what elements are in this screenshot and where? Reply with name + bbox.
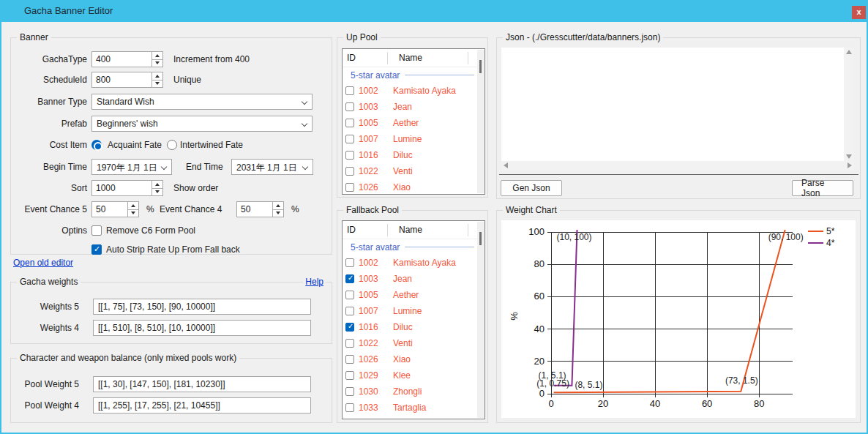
row-checkbox[interactable]: [345, 151, 354, 160]
json-textarea[interactable]: [501, 48, 844, 161]
gachatype-input[interactable]: 400: [91, 51, 163, 67]
pool-row[interactable]: 1026 Xiao: [343, 179, 484, 195]
pool-row[interactable]: 1035 Qiqi: [343, 416, 484, 419]
spin-up-icon[interactable]: [152, 181, 162, 189]
row-checkbox[interactable]: [345, 291, 354, 299]
row-name: Tartaglia: [393, 403, 426, 413]
json-horizontal-scrollbar[interactable]: [501, 161, 854, 171]
svg-text:60: 60: [534, 291, 545, 302]
row-checkbox[interactable]: [345, 167, 354, 176]
acquaint-fate-radio[interactable]: [91, 140, 102, 150]
spin-up-icon[interactable]: [152, 52, 162, 60]
weights4-input[interactable]: [[1, 510], [8, 510], [10, 10000]]: [93, 320, 311, 336]
spin-down-icon[interactable]: [273, 210, 283, 217]
row-checkbox[interactable]: [345, 183, 354, 192]
row-checkbox[interactable]: [345, 258, 354, 267]
row-checkbox[interactable]: [345, 274, 354, 283]
pool-row[interactable]: 1003 Jean: [343, 271, 484, 287]
auto-strip-checkbox[interactable]: [91, 244, 102, 255]
pool-row[interactable]: 1007 Lumine: [343, 131, 484, 147]
row-checkbox[interactable]: [345, 119, 354, 127]
begin-time-picker[interactable]: 1970年 1月 1日: [91, 159, 172, 175]
open-old-editor-link[interactable]: Open old editor: [13, 258, 73, 268]
pool-weight5-input[interactable]: [[1, 30], [147, 150], [181, 10230]]: [93, 376, 311, 392]
event-chance-4-label: Event Chance 4: [160, 204, 222, 214]
end-time-picker[interactable]: 2031年 1月 1日: [231, 159, 313, 175]
pool-row[interactable]: 1005 Aether: [343, 287, 484, 303]
gachatype-spinner[interactable]: [151, 52, 162, 67]
up-pool-scrollbar[interactable]: [477, 50, 484, 193]
pool-row[interactable]: 1005 Aether: [343, 115, 484, 131]
intertwined-fate-radio[interactable]: [167, 140, 177, 150]
sort-label: Sort: [11, 183, 87, 193]
scroll-left-icon[interactable]: [504, 162, 508, 168]
row-checkbox[interactable]: [345, 86, 354, 95]
gen-json-button[interactable]: Gen Json: [501, 180, 562, 196]
parse-json-button[interactable]: Parse Json: [792, 180, 853, 196]
remove-c6-checkbox[interactable]: [91, 225, 102, 236]
pool-row[interactable]: 1033 Tartaglia: [343, 400, 484, 416]
name-column-header: Name: [399, 53, 422, 63]
scrollbar-thumb[interactable]: [479, 232, 482, 245]
spin-down-icon[interactable]: [152, 189, 162, 196]
column-divider: [387, 52, 388, 64]
pool-row[interactable]: 1007 Lumine: [343, 303, 484, 319]
row-checkbox[interactable]: [345, 307, 354, 315]
row-id: 1029: [359, 370, 393, 381]
spin-down-icon[interactable]: [152, 60, 162, 67]
titlebar[interactable]: Gacha Banner Editor: [0, 0, 868, 22]
pool-row[interactable]: 1029 Klee: [343, 367, 484, 384]
spin-up-icon[interactable]: [273, 202, 283, 210]
row-checkbox[interactable]: [345, 102, 354, 111]
row-checkbox[interactable]: [345, 387, 354, 396]
row-id: 1002: [359, 258, 393, 268]
pool-row[interactable]: 1003 Jean: [343, 99, 484, 115]
weights5-input[interactable]: [[1, 75], [73, 150], [90, 10000]]: [93, 299, 311, 315]
scrollbar-thumb[interactable]: [479, 60, 482, 73]
spin-up-icon[interactable]: [152, 72, 162, 81]
pool-weight5-row: Pool Weight 5 [[1, 30], [147, 150], [181…: [11, 376, 332, 392]
gacha-banner-editor-window: Gacha Banner Editor x Banner GachaType 4…: [0, 0, 868, 434]
event-chance-5-spinner[interactable]: [127, 202, 138, 217]
scroll-right-icon[interactable]: [848, 162, 852, 168]
sort-input[interactable]: 1000: [91, 180, 163, 196]
pool-row[interactable]: 1022 Venti: [343, 335, 484, 351]
scroll-up-icon[interactable]: [846, 50, 852, 54]
help-link[interactable]: Help: [303, 277, 326, 287]
up-pool-rows: 1002 Kamisato Ayaka 1003 Jean 1005 Aethe…: [343, 83, 484, 195]
pool-row[interactable]: 1026 Xiao: [343, 351, 484, 367]
row-checkbox[interactable]: [345, 403, 354, 412]
pool-row[interactable]: 1030 Zhongli: [343, 384, 484, 400]
row-checkbox[interactable]: [345, 323, 354, 332]
row-checkbox[interactable]: [345, 355, 354, 364]
json-vertical-scrollbar[interactable]: [844, 48, 854, 161]
pool-row[interactable]: 1002 Kamisato Ayaka: [343, 83, 484, 99]
spin-up-icon[interactable]: [128, 202, 138, 210]
prefab-combo[interactable]: Beginners' wish: [91, 116, 313, 132]
scheduleid-spinner[interactable]: [151, 72, 162, 87]
event-chance-5-input[interactable]: 50: [91, 201, 139, 217]
row-checkbox[interactable]: [345, 135, 354, 143]
pool-row[interactable]: 1016 Diluc: [343, 319, 484, 335]
pool-weight4-input[interactable]: [[1, 255], [17, 255], [21, 10455]]: [93, 397, 311, 414]
spin-down-icon[interactable]: [128, 210, 138, 217]
row-id: 1003: [359, 102, 393, 112]
banner-type-combo[interactable]: Standard Wish: [91, 94, 313, 110]
up-pool-list[interactable]: ID Name 5-star avatar 1002 Kamisato Ayak…: [342, 48, 485, 195]
fallback-pool-scrollbar[interactable]: [477, 222, 484, 418]
spin-down-icon[interactable]: [152, 81, 162, 88]
balance-group-title: Character and weapon balance (only mixed…: [17, 353, 239, 363]
row-checkbox[interactable]: [345, 339, 354, 348]
close-button[interactable]: x: [852, 6, 866, 19]
row-checkbox[interactable]: [345, 371, 354, 380]
pool-row[interactable]: 1016 Diluc: [343, 147, 484, 163]
fallback-pool-list[interactable]: ID Name 5-star avatar 1002 Kamisato Ayak…: [342, 220, 485, 419]
sort-spinner[interactable]: [151, 181, 162, 195]
event-chance-4-spinner[interactable]: [272, 202, 283, 217]
scheduleid-input[interactable]: 800: [91, 72, 163, 88]
event-chance-4-input[interactable]: 50: [236, 201, 284, 217]
scroll-down-icon[interactable]: [846, 154, 852, 159]
svg-text:60: 60: [702, 398, 712, 409]
pool-row[interactable]: 1022 Venti: [343, 163, 484, 179]
pool-row[interactable]: 1002 Kamisato Ayaka: [343, 255, 484, 271]
